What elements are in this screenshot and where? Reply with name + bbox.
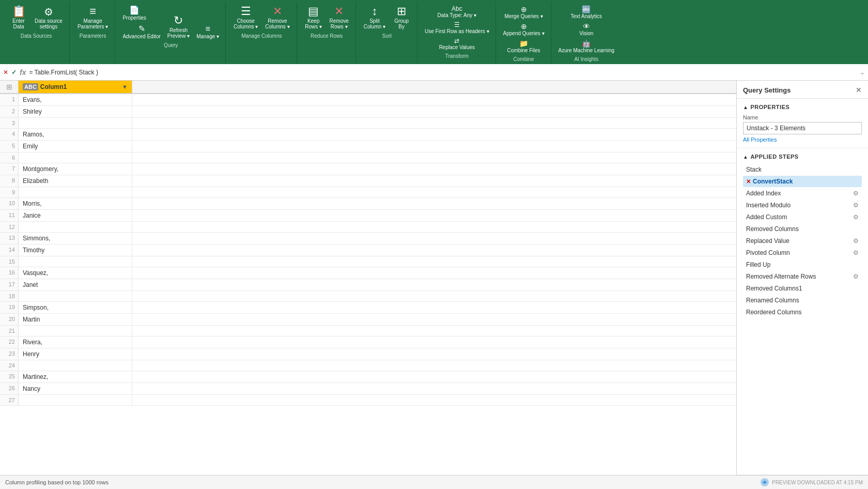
row-number: 14 bbox=[0, 244, 19, 256]
enter-data-button[interactable]: 📋 EnterData bbox=[7, 4, 30, 31]
row-number: 9 bbox=[0, 187, 19, 197]
table-row[interactable]: 14 Timothy bbox=[0, 244, 736, 256]
group-by-button[interactable]: ⊞ GroupBy bbox=[390, 4, 413, 31]
applied-step-removed-columns[interactable]: Removed Columns bbox=[743, 223, 862, 235]
manage-button[interactable]: ≡ Manage ▾ bbox=[194, 23, 221, 40]
choose-columns-button[interactable]: ☰ ChooseColumns ▾ bbox=[231, 4, 260, 31]
table-row[interactable]: 26 Nancy bbox=[0, 383, 736, 395]
table-row[interactable]: 25 Martinez, bbox=[0, 371, 736, 383]
table-row[interactable]: 16 Vasquez, bbox=[0, 267, 736, 279]
remove-rows-button[interactable]: ✕ RemoveRows ▾ bbox=[327, 4, 351, 31]
table-row[interactable]: 18 bbox=[0, 291, 736, 302]
table-row[interactable]: 13 Simmons, bbox=[0, 233, 736, 244]
table-row[interactable]: 5 Emily bbox=[0, 141, 736, 152]
applied-step-replaced-value[interactable]: Replaced Value⚙ bbox=[743, 235, 862, 247]
applied-step-convert-stack[interactable]: ✕ConvertStack bbox=[743, 176, 862, 187]
ribbon-group-reduce-rows: ▤ KeepRows ▾ ✕ RemoveRows ▾ Reduce Rows bbox=[298, 2, 356, 64]
table-row[interactable]: 21 bbox=[0, 326, 736, 337]
data-type-button[interactable]: Abc Data Type: Any ▾ bbox=[423, 4, 491, 19]
table-row[interactable]: 24 bbox=[0, 360, 736, 371]
table-row[interactable]: 4 Ramos, bbox=[0, 129, 736, 141]
table-row[interactable]: 12 bbox=[0, 222, 736, 233]
table-row[interactable]: 9 bbox=[0, 187, 736, 198]
table-row[interactable]: 27 bbox=[0, 395, 736, 406]
table-row[interactable]: 2 Shirley bbox=[0, 106, 736, 118]
ribbon-group-ai-insights: 🔤 Text Analytics 👁 Vision 🤖 Azure Machin… bbox=[552, 2, 621, 64]
grid-body[interactable]: 1 Evans, 2 Shirley 3 4 Ramos, 5 Emily 6 … bbox=[0, 94, 736, 475]
text-analytics-button[interactable]: 🔤 Text Analytics bbox=[556, 4, 616, 20]
step-settings-icon[interactable]: ⚙ bbox=[853, 237, 859, 244]
ai-insights-label: AI Insights bbox=[574, 56, 598, 62]
table-row[interactable]: 3 bbox=[0, 118, 736, 129]
azure-ml-button[interactable]: 🤖 Azure Machine Learning bbox=[556, 38, 616, 54]
row-cell: Janice bbox=[19, 210, 132, 221]
step-settings-icon[interactable]: ⚙ bbox=[853, 202, 859, 209]
combine-files-button[interactable]: 📁 Combine Files bbox=[501, 38, 547, 54]
replace-values-button[interactable]: ⇄ Replace Values bbox=[423, 36, 491, 51]
step-settings-icon[interactable]: ⚙ bbox=[853, 213, 859, 221]
applied-step-inserted-modulo[interactable]: Inserted Modulo⚙ bbox=[743, 200, 862, 211]
table-row[interactable]: 8 Elizabeth bbox=[0, 175, 736, 187]
row-cell: Simmons, bbox=[19, 233, 132, 244]
refresh-preview-button[interactable]: ↻ RefreshPreview ▾ bbox=[165, 13, 192, 40]
formula-confirm-icon[interactable]: ✓ bbox=[11, 69, 17, 76]
table-row[interactable]: 17 Janet bbox=[0, 279, 736, 291]
applied-step-renamed-columns[interactable]: Renamed Columns bbox=[743, 295, 862, 306]
remove-columns-button[interactable]: ✕ RemoveColumns ▾ bbox=[262, 4, 292, 31]
ribbon-group-parameters: ≡ ManageParameters ▾ Parameters bbox=[71, 2, 115, 64]
table-row[interactable]: 10 Morris, bbox=[0, 198, 736, 210]
table-row[interactable]: 20 Martin bbox=[0, 314, 736, 326]
formula-cancel-icon[interactable]: ✕ bbox=[3, 69, 8, 76]
column1-header[interactable]: ABC Column1 ▼ bbox=[19, 81, 132, 93]
table-row[interactable]: 22 Rivera, bbox=[0, 337, 736, 348]
query-name-input[interactable] bbox=[743, 122, 862, 134]
data-grid: ⊞ ABC Column1 ▼ 1 Evans, 2 Shirley 3 4 R… bbox=[0, 81, 736, 475]
applied-step-removed-alternate-rows[interactable]: Removed Alternate Rows⚙ bbox=[743, 271, 862, 282]
watermark: PREVIEW DOWNLOADED AT 4:15 PM bbox=[760, 477, 863, 487]
data-source-settings-icon: ⚙ bbox=[44, 7, 53, 17]
manage-parameters-button[interactable]: ≡ ManageParameters ▾ bbox=[75, 4, 111, 31]
row-cell: Simpson, bbox=[19, 302, 132, 313]
query-settings-close-icon[interactable]: ✕ bbox=[856, 86, 862, 94]
row-number: 17 bbox=[0, 279, 19, 291]
applied-step-filled-up[interactable]: Filled Up bbox=[743, 259, 862, 270]
step-settings-icon[interactable]: ⚙ bbox=[853, 273, 859, 280]
append-queries-button[interactable]: ⊕ Append Queries ▾ bbox=[501, 21, 547, 37]
row-number: 6 bbox=[0, 152, 19, 163]
split-column-icon: ↕ bbox=[371, 6, 377, 17]
name-label: Name bbox=[743, 114, 862, 120]
table-row[interactable]: 15 bbox=[0, 256, 736, 267]
step-settings-icon[interactable]: ⚙ bbox=[853, 249, 859, 256]
applied-step-stack[interactable]: Stack bbox=[743, 164, 862, 175]
table-row[interactable]: 6 bbox=[0, 152, 736, 163]
table-row[interactable]: 19 Simpson, bbox=[0, 302, 736, 314]
use-first-row-button[interactable]: ☰ Use First Row as Headers ▾ bbox=[423, 20, 491, 35]
keep-rows-button[interactable]: ▤ KeepRows ▾ bbox=[302, 4, 325, 31]
all-properties-link[interactable]: All Properties bbox=[743, 136, 862, 143]
applied-step-removed-columns1[interactable]: Removed Columns1 bbox=[743, 283, 862, 294]
step-settings-icon[interactable]: ⚙ bbox=[853, 190, 859, 197]
row-cell: Shirley bbox=[19, 106, 132, 117]
advanced-editor-button[interactable]: ✎ Advanced Editor bbox=[120, 23, 162, 40]
table-row[interactable]: 23 Henry bbox=[0, 348, 736, 360]
properties-button[interactable]: 📄 Properties bbox=[120, 4, 148, 22]
step-delete-icon[interactable]: ✕ bbox=[746, 178, 751, 185]
split-column-button[interactable]: ↕ SplitColumn ▾ bbox=[361, 4, 388, 31]
formula-expand-icon[interactable]: ⌄ bbox=[860, 69, 865, 76]
row-number: 22 bbox=[0, 337, 19, 348]
applied-step-added-index[interactable]: Added Index⚙ bbox=[743, 188, 862, 199]
table-row[interactable]: 7 Montgomery, bbox=[0, 163, 736, 175]
applied-step-pivoted-column[interactable]: Pivoted Column⚙ bbox=[743, 247, 862, 258]
vision-button[interactable]: 👁 Vision bbox=[556, 21, 616, 37]
formula-input[interactable] bbox=[29, 69, 857, 76]
transform-label: Transform bbox=[445, 53, 469, 59]
column-dropdown-icon[interactable]: ▼ bbox=[122, 84, 128, 90]
applied-step-added-custom[interactable]: Added Custom⚙ bbox=[743, 211, 862, 223]
applied-step-reordered-columns[interactable]: Reordered Columns bbox=[743, 307, 862, 318]
merge-queries-button[interactable]: ⊕ Merge Queries ▾ bbox=[501, 4, 547, 20]
step-label: Inserted Modulo bbox=[746, 202, 791, 209]
table-row[interactable]: 11 Janice bbox=[0, 210, 736, 222]
data-source-settings-button[interactable]: ⚙ Data sourcesettings bbox=[32, 5, 65, 31]
replace-values-icon: ⇄ bbox=[454, 37, 459, 44]
table-row[interactable]: 1 Evans, bbox=[0, 94, 736, 106]
